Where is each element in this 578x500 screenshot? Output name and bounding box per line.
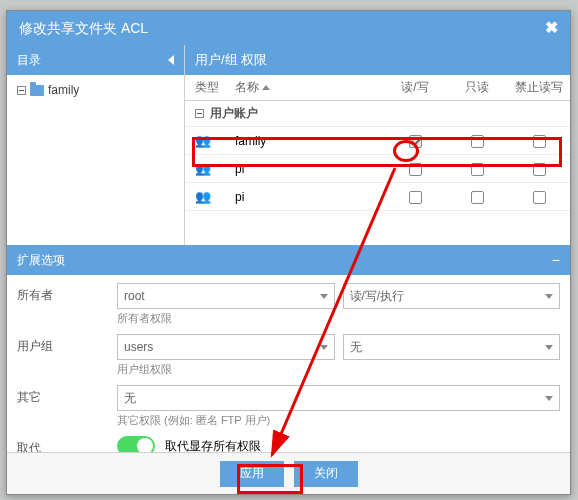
ro-checkbox[interactable]: [471, 135, 484, 148]
no-checkbox[interactable]: [533, 191, 546, 204]
table-row[interactable]: 👥pi: [185, 183, 570, 211]
tree-item-family[interactable]: family: [17, 83, 174, 97]
permissions-panel-title: 用户/组 权限: [185, 45, 570, 75]
row-name: pi: [231, 162, 384, 176]
group-perm-select[interactable]: 无: [343, 334, 561, 360]
owner-perm-select[interactable]: 读/写/执行: [343, 283, 561, 309]
table-row[interactable]: 👥pi: [185, 155, 570, 183]
sort-asc-icon: [262, 85, 270, 90]
people-icon: 👥: [195, 161, 211, 176]
row-name: family: [231, 134, 384, 148]
grid-header: 类型 名称 读/写 只读 禁止读写: [185, 75, 570, 101]
rw-checkbox[interactable]: [409, 135, 422, 148]
rw-checkbox[interactable]: [409, 191, 422, 204]
dialog-title: 修改共享文件夹 ACL: [19, 11, 148, 45]
collapse-left-icon[interactable]: [168, 55, 174, 65]
col-name[interactable]: 名称: [231, 79, 384, 96]
group-hint: 用户组权限: [117, 362, 560, 377]
directory-panel: 目录 family: [7, 45, 185, 245]
col-type[interactable]: 类型: [185, 79, 231, 96]
chevron-down-icon: [545, 345, 553, 350]
owner-hint: 所有者权限: [117, 311, 560, 326]
owner-label: 所有者: [17, 283, 117, 304]
no-checkbox[interactable]: [533, 163, 546, 176]
no-checkbox[interactable]: [533, 135, 546, 148]
other-perm-select[interactable]: 无: [117, 385, 560, 411]
ro-checkbox[interactable]: [471, 163, 484, 176]
table-row[interactable]: 👥family: [185, 127, 570, 155]
people-icon: 👥: [195, 133, 211, 148]
dialog-footer: 应用 关闭: [7, 452, 570, 494]
col-ro[interactable]: 只读: [446, 79, 508, 96]
other-hint: 其它权限 (例如: 匿名 FTP 用户): [117, 413, 560, 428]
rw-checkbox[interactable]: [409, 163, 422, 176]
close-icon[interactable]: ✖: [545, 11, 558, 45]
people-icon: 👥: [195, 189, 211, 204]
other-label: 其它: [17, 385, 117, 406]
group-collapse-icon[interactable]: [195, 109, 204, 118]
group-row-users[interactable]: 用户账户: [185, 101, 570, 127]
col-rw[interactable]: 读/写: [384, 79, 446, 96]
dialog-header: 修改共享文件夹 ACL ✖: [7, 11, 570, 45]
row-name: pi: [231, 190, 384, 204]
chevron-down-icon: [320, 345, 328, 350]
close-button[interactable]: 关闭: [294, 461, 358, 487]
chevron-down-icon: [545, 396, 553, 401]
col-no[interactable]: 禁止读写: [508, 79, 570, 96]
permissions-panel: 用户/组 权限 类型 名称 读/写 只读 禁止读写 用户账户 👥family👥p…: [185, 45, 570, 245]
ro-checkbox[interactable]: [471, 191, 484, 204]
collapse-up-icon[interactable]: −: [552, 245, 560, 275]
owner-select[interactable]: root: [117, 283, 335, 309]
folder-icon: [30, 85, 44, 96]
group-select[interactable]: users: [117, 334, 335, 360]
tree-item-label: family: [48, 83, 79, 97]
apply-button[interactable]: 应用: [220, 461, 284, 487]
chevron-down-icon: [545, 294, 553, 299]
chevron-down-icon: [320, 294, 328, 299]
group-label: 用户组: [17, 334, 117, 355]
extended-options-header[interactable]: 扩展选项 −: [7, 245, 570, 275]
tree-collapse-icon[interactable]: [17, 86, 26, 95]
directory-panel-title: 目录: [17, 45, 41, 75]
